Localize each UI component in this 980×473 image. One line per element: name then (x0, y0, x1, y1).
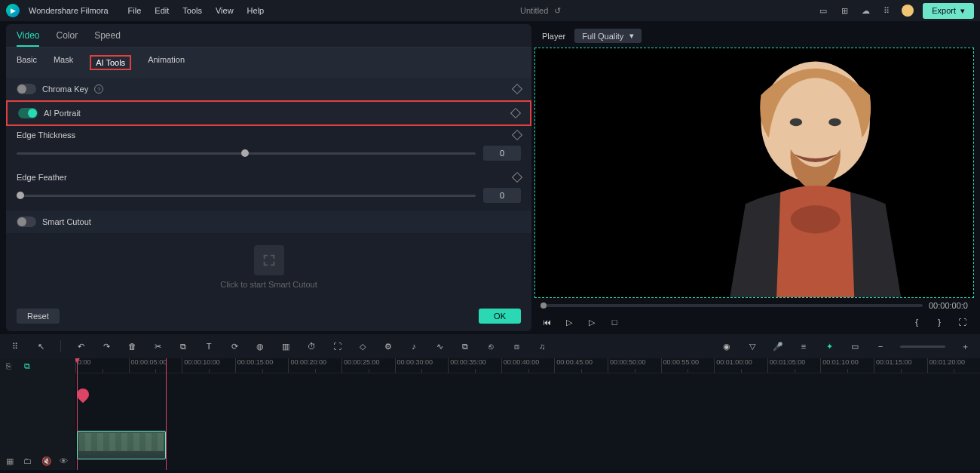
menu-view[interactable]: View (216, 6, 234, 15)
link-icon[interactable]: ⧉ (459, 340, 471, 352)
ai-portrait-label: AI Portrait (44, 109, 81, 118)
timeline-ruler[interactable]: 0:00 00:00:05:00 00:00:10:00 00:00:15:00… (75, 358, 980, 373)
edge-feather-slider[interactable] (17, 195, 476, 197)
ok-button[interactable]: OK (479, 309, 521, 324)
split-icon[interactable]: ⎋ (485, 340, 497, 352)
apps-icon[interactable]: ⠿ (880, 5, 893, 17)
menu-help[interactable]: Help (247, 6, 265, 15)
zoom-in-icon[interactable]: ＋ (959, 340, 971, 352)
tab-mask[interactable]: Mask (54, 55, 73, 70)
tab-animation[interactable]: Animation (148, 55, 185, 70)
video-track-icon[interactable]: ▦ (6, 456, 16, 467)
slider-handle[interactable] (17, 192, 24, 199)
delete-icon[interactable]: 🗑 (126, 340, 138, 352)
keyframe-icon[interactable] (512, 130, 522, 140)
marker-icon[interactable]: ▽ (746, 340, 758, 352)
smart-cutout-toggle[interactable] (17, 217, 36, 227)
panel-tabs-secondary: Basic Mask AI Tools Animation (6, 48, 531, 78)
fullscreen-icon[interactable]: ⛶ (956, 316, 968, 328)
slider-handle[interactable] (241, 149, 249, 157)
undo-icon[interactable]: ↶ (75, 340, 87, 352)
cut-icon[interactable]: ✂ (152, 340, 164, 352)
preview-viewport[interactable] (534, 48, 974, 298)
cursor-icon[interactable]: ↖ (35, 340, 47, 352)
audio-icon[interactable]: ♪ (408, 340, 420, 352)
zoom-out-icon[interactable]: − (874, 340, 887, 352)
addon-icon[interactable]: ⊞ (838, 5, 850, 17)
ai-portrait-toggle[interactable] (18, 108, 38, 118)
video-clip[interactable] (77, 431, 166, 459)
link-icon[interactable]: ⧉ (24, 361, 35, 372)
tab-ai-tools[interactable]: AI Tools (90, 55, 131, 70)
edge-feather-row: Edge Feather 0 (6, 168, 531, 210)
mosaic-icon[interactable]: ◍ (254, 340, 266, 352)
ruler-tick: 00:01:05:00 (767, 358, 821, 373)
menu-tools[interactable]: Tools (182, 6, 202, 15)
edge-feather-value[interactable]: 0 (483, 188, 521, 203)
next-frame-icon[interactable]: ▷ (586, 316, 598, 328)
music-icon[interactable]: ♫ (536, 340, 548, 352)
edge-thickness-value[interactable]: 0 (483, 146, 521, 161)
bracket-close-icon[interactable]: } (933, 316, 945, 328)
document-title-area: Untitled ↺ (273, 6, 808, 16)
reset-button[interactable]: Reset (17, 309, 60, 324)
quality-dropdown[interactable]: Full Quality ▾ (574, 29, 642, 43)
scan-icon[interactable]: ⛶ (331, 340, 343, 352)
folder-icon[interactable]: 🗀 (23, 456, 33, 467)
prev-frame-icon[interactable]: ⏮ (541, 316, 553, 328)
menu-edit[interactable]: Edit (155, 6, 169, 15)
ruler-tick: 00:00:45:00 (554, 358, 608, 373)
rotate-icon[interactable]: ⟳ (228, 340, 240, 352)
play-icon[interactable]: ▷ (563, 316, 575, 328)
visibility-icon[interactable]: 👁 (60, 456, 69, 467)
progress-slider[interactable] (541, 304, 923, 307)
screen-icon[interactable]: ▭ (817, 5, 829, 17)
edge-thickness-slider[interactable] (17, 152, 476, 155)
timeline: ⎘ ⧉ ▦ 🗀 🔇 👁 0:00 00:00:05:00 00:00:10:00… (0, 358, 980, 470)
timeline-marker-pin[interactable] (75, 386, 91, 404)
help-icon[interactable]: ? (94, 84, 103, 94)
mic-icon[interactable]: 🎤 (772, 340, 784, 352)
user-avatar[interactable] (902, 5, 914, 17)
crop-icon[interactable]: ⧉ (177, 340, 189, 352)
chevron-down-icon: ▾ (629, 31, 634, 41)
screen-icon[interactable]: ▥ (280, 340, 292, 352)
adjust-icon[interactable]: ⚙ (382, 340, 394, 352)
fit-icon[interactable]: ▭ (849, 340, 861, 352)
export-button[interactable]: Export ▾ (923, 3, 974, 19)
copy-icon[interactable]: ⎘ (6, 361, 17, 372)
redo-icon[interactable]: ↷ (100, 340, 112, 352)
edge-thickness-row: Edge Thickness 0 (6, 126, 531, 168)
smart-cutout-icon[interactable] (254, 245, 284, 275)
main-row: Video Color Speed Basic Mask AI Tools An… (0, 21, 980, 334)
tag-icon[interactable]: ◇ (357, 340, 369, 352)
progress-handle[interactable] (541, 303, 547, 309)
render-icon[interactable]: ◉ (721, 340, 733, 352)
text-icon[interactable]: T (203, 340, 215, 352)
range-marker[interactable] (166, 358, 167, 470)
options-icon[interactable]: ⠿ (9, 340, 21, 352)
mixer-icon[interactable]: ≡ (798, 340, 810, 352)
tab-basic[interactable]: Basic (17, 55, 37, 70)
ruler-tick: 00:00:50:00 (608, 358, 661, 373)
ruler-tick: 00:00:30:00 (395, 358, 449, 373)
keyframe-icon[interactable] (512, 172, 522, 183)
tab-speed[interactable]: Speed (94, 30, 121, 47)
auto-icon[interactable]: ✦ (823, 340, 835, 352)
keyframe-icon[interactable] (512, 84, 522, 94)
timeline-body[interactable]: 0:00 00:00:05:00 00:00:10:00 00:00:15:00… (75, 358, 980, 470)
keyframe-icon[interactable] (510, 108, 521, 118)
tab-video[interactable]: Video (17, 30, 39, 47)
history-icon[interactable]: ↺ (554, 6, 561, 16)
zoom-slider[interactable] (900, 346, 945, 348)
chroma-key-toggle[interactable] (17, 84, 36, 94)
cloud-icon[interactable]: ☁ (859, 5, 871, 17)
group-icon[interactable]: ⧈ (510, 340, 522, 352)
stop-icon[interactable]: □ (608, 316, 620, 328)
tab-color[interactable]: Color (56, 30, 78, 47)
menu-file[interactable]: File (128, 6, 142, 15)
bracket-open-icon[interactable]: { (911, 316, 923, 328)
timer-icon[interactable]: ⏱ (305, 340, 317, 352)
denoise-icon[interactable]: ∿ (433, 340, 446, 352)
mute-icon[interactable]: 🔇 (41, 456, 52, 467)
